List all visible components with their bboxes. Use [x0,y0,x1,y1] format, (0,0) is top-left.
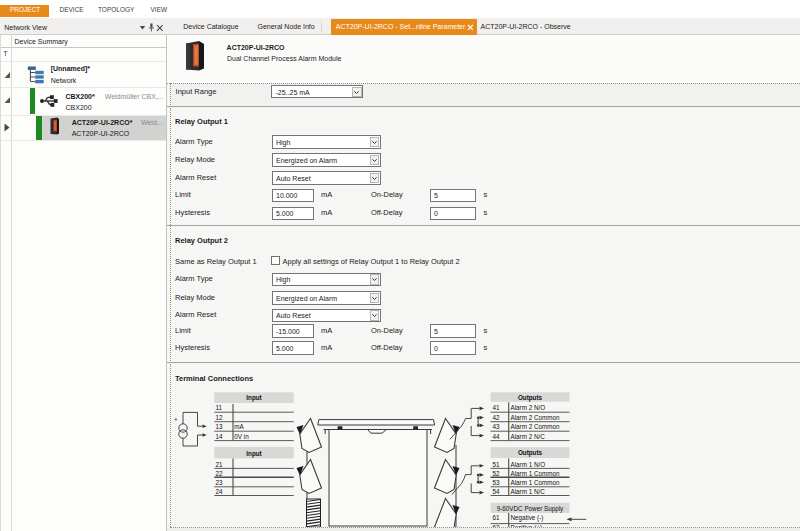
svg-text:61: 61 [493,514,501,521]
svg-text:Alarm 1 N/O: Alarm 1 N/O [511,461,546,468]
svg-text:0V in: 0V in [234,433,249,440]
svg-text:44: 44 [493,433,501,440]
svg-text:Alarm 2 N/O: Alarm 2 N/O [511,404,546,411]
svg-text:Alarm 1 Common: Alarm 1 Common [511,470,560,477]
svg-text:14: 14 [216,433,224,440]
svg-text:Alarm 1 N/C: Alarm 1 N/C [511,488,546,495]
svg-text:mA: mA [234,423,244,430]
svg-text:11: 11 [216,404,223,411]
svg-text:62: 62 [493,524,501,527]
svg-text:22: 22 [216,470,224,477]
svg-text:Alarm 2 Common: Alarm 2 Common [511,414,560,421]
svg-text:Input: Input [246,450,262,458]
svg-text:Negative (-): Negative (-) [511,514,544,522]
svg-text:42: 42 [493,414,501,421]
svg-text:Outputs: Outputs [518,394,543,402]
svg-text:41: 41 [493,404,501,411]
svg-text:Alarm 1 Common: Alarm 1 Common [511,479,560,486]
svg-text:Positive (+): Positive (+) [511,524,543,527]
svg-text:13: 13 [216,423,224,430]
svg-text:Input: Input [246,394,262,402]
svg-text:23: 23 [216,479,224,486]
svg-text:+: + [174,416,178,423]
svg-text:43: 43 [493,423,501,430]
svg-text:53: 53 [493,479,501,486]
svg-text:Outputs: Outputs [518,449,543,457]
svg-text:Alarm 2 Common: Alarm 2 Common [511,423,560,430]
svg-text:Alarm 2 N/C: Alarm 2 N/C [511,433,546,440]
svg-text:52: 52 [493,470,501,477]
svg-text:51: 51 [493,461,501,468]
svg-text:24: 24 [216,488,224,495]
svg-text:21: 21 [216,461,224,468]
svg-text:54: 54 [493,488,501,495]
svg-text:9-60VDC Power Supply: 9-60VDC Power Supply [497,505,564,513]
svg-text:12: 12 [216,414,224,421]
